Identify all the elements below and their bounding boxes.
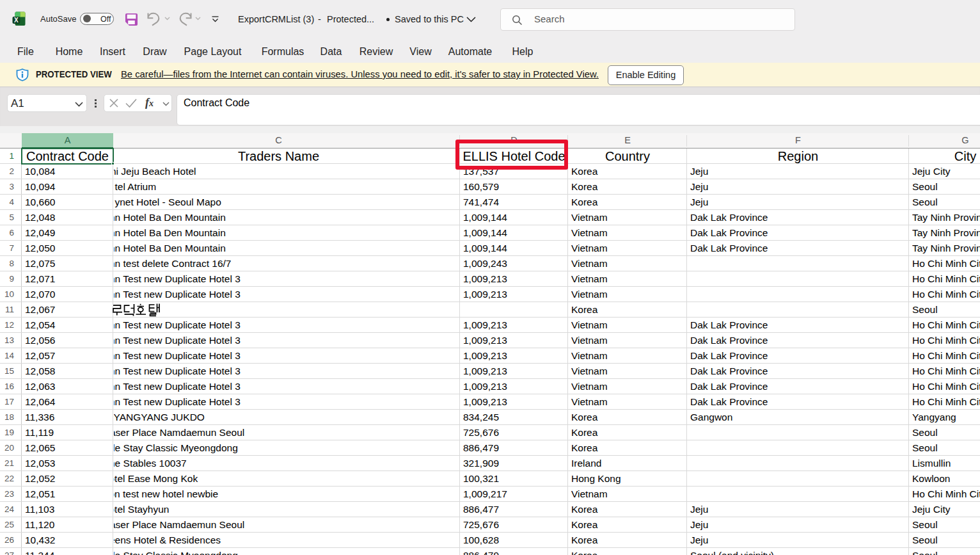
svg-text:X: X (14, 17, 19, 24)
